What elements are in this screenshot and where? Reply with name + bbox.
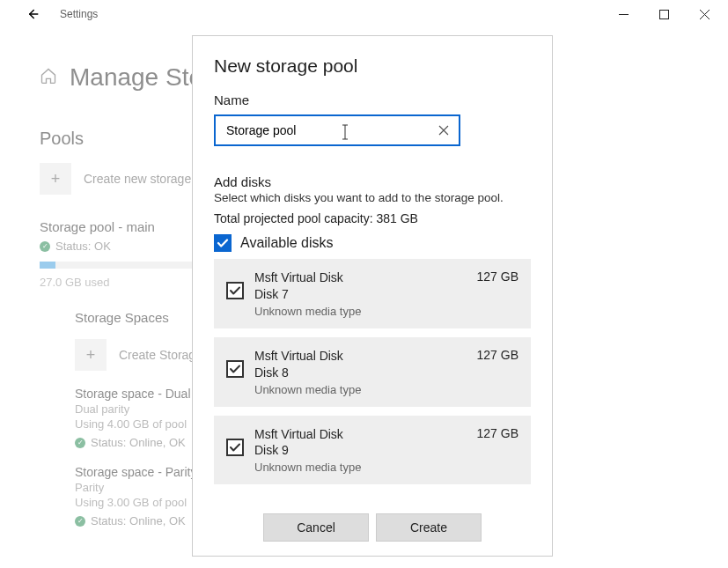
app-title: Settings xyxy=(60,8,98,20)
plus-icon: + xyxy=(75,339,107,371)
plus-icon: + xyxy=(40,163,71,195)
disk-checkbox[interactable] xyxy=(226,439,244,456)
name-label: Name xyxy=(214,92,531,107)
disk-list: Msft Virtual Disk Disk 7 Unknown media t… xyxy=(214,259,531,493)
disk-device: Disk 9 xyxy=(254,442,467,459)
disk-device: Disk 8 xyxy=(254,365,467,381)
dialog-title: New storage pool xyxy=(214,55,531,77)
clear-input-button[interactable] xyxy=(436,122,452,138)
close-button[interactable] xyxy=(684,1,724,27)
capacity-bar xyxy=(40,262,198,269)
disk-media: Unknown media type xyxy=(254,461,467,474)
status-ok-icon: ✓ xyxy=(75,438,85,448)
add-disks-heading: Add disks xyxy=(214,174,531,189)
available-disks-checkbox[interactable] xyxy=(214,234,232,252)
disk-checkbox[interactable] xyxy=(226,282,244,299)
text-cursor-icon xyxy=(339,123,351,144)
disk-checkbox[interactable] xyxy=(226,360,244,378)
minimize-button[interactable] xyxy=(603,1,643,27)
name-input[interactable] xyxy=(223,123,436,137)
svg-rect-0 xyxy=(659,10,668,18)
disk-name: Msft Virtual Disk xyxy=(254,426,467,443)
disk-device: Disk 7 xyxy=(254,286,467,303)
disk-media: Unknown media type xyxy=(254,305,467,318)
pool-status: Status: OK xyxy=(55,240,111,253)
disk-size: 127 GB xyxy=(477,426,518,440)
disk-item[interactable]: Msft Virtual Disk Disk 9 Unknown media t… xyxy=(214,416,531,485)
disk-media: Unknown media type xyxy=(254,383,467,396)
disk-name: Msft Virtual Disk xyxy=(254,348,467,365)
status-ok-icon: ✓ xyxy=(75,516,85,527)
projected-capacity: Total projected pool capacity: 381 GB xyxy=(214,211,531,225)
space-status: Status: Online, OK xyxy=(91,436,186,449)
create-button[interactable]: Create xyxy=(376,513,482,542)
disk-size: 127 GB xyxy=(477,269,518,284)
disk-size: 127 GB xyxy=(477,348,518,362)
titlebar: Settings xyxy=(0,0,728,28)
maximize-button[interactable] xyxy=(643,1,684,27)
name-input-wrap[interactable] xyxy=(214,114,460,146)
disk-item[interactable]: Msft Virtual Disk Disk 8 Unknown media t… xyxy=(214,337,531,407)
add-disks-description: Select which disks you want to add to th… xyxy=(214,191,531,204)
home-icon[interactable] xyxy=(40,67,57,88)
disk-name: Msft Virtual Disk xyxy=(254,269,467,286)
available-disks-label: Available disks xyxy=(240,235,334,251)
disk-item[interactable]: Msft Virtual Disk Disk 7 Unknown media t… xyxy=(214,259,531,328)
back-button[interactable] xyxy=(21,4,42,25)
new-storage-pool-dialog: New storage pool Name Add disks Select w… xyxy=(192,35,553,557)
space-status: Status: Online, OK xyxy=(91,514,186,527)
status-ok-icon: ✓ xyxy=(40,241,50,252)
capacity-bar-fill xyxy=(40,262,55,269)
cancel-button[interactable]: Cancel xyxy=(263,513,369,542)
